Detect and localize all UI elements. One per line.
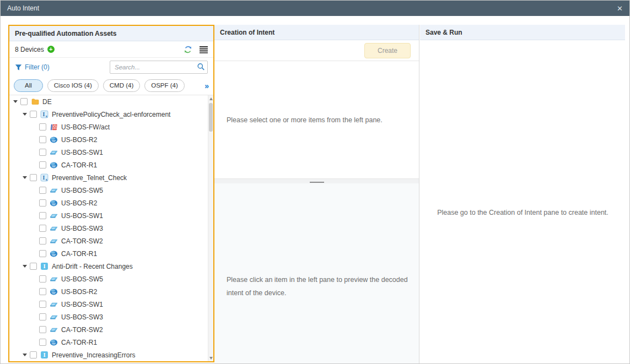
devices-row: 8 Devices + [9, 41, 213, 58]
tree-item-label: Preventive_IncreasingErrors [52, 351, 135, 359]
tree-scrollbar[interactable] [208, 95, 213, 361]
tree-checkbox[interactable] [39, 339, 46, 346]
select-items-message: Please select one or more items from the… [227, 116, 383, 124]
add-devices-icon[interactable]: + [47, 46, 55, 53]
folder-icon [31, 97, 39, 106]
search-input[interactable] [110, 61, 208, 74]
tree-item-label: US-BOS-SW3 [61, 225, 103, 232]
pane-splitter[interactable] [214, 178, 419, 183]
tree-item-label: CA-TOR-SW2 [61, 326, 103, 334]
filter-chip-cmd-4-[interactable]: CMD (4) [103, 79, 140, 92]
tree-item-label: US-BOS-SW1 [61, 301, 103, 308]
tree-item-ca-tor-sw2[interactable]: CA-TOR-SW2 [9, 235, 213, 247]
create-button[interactable]: Create [364, 43, 411, 58]
switch-icon [50, 186, 58, 194]
tree-item-us-bos-sw3[interactable]: US-BOS-SW3 [9, 311, 213, 323]
asset-tree: DEIxPreventivePolicyCheck_acl-enforcemen… [9, 95, 213, 361]
router-icon [50, 135, 58, 144]
tree-checkbox[interactable] [39, 225, 46, 232]
filter-chip-cisco-ios-4-[interactable]: Cisco IOS (4) [47, 79, 99, 92]
intent-i-icon: I [40, 262, 49, 270]
refresh-icon[interactable] [184, 45, 192, 54]
router-icon [50, 338, 58, 346]
filter-label: Filter (0) [25, 63, 50, 71]
tree-item-us-bos-sw1[interactable]: US-BOS-SW1 [9, 298, 213, 311]
svg-text:I: I [43, 351, 45, 358]
tree-checkbox[interactable] [39, 275, 46, 282]
tree-item-us-bos-sw1[interactable]: US-BOS-SW1 [9, 209, 213, 222]
tree-checkbox[interactable] [30, 111, 37, 118]
tree-checkbox[interactable] [39, 301, 46, 308]
tree-item-us-bos-fw-act[interactable]: US-BOS-FW/act [9, 121, 213, 133]
splitter-grip-icon[interactable] [310, 182, 324, 183]
tree-item-ca-tor-sw2[interactable]: CA-TOR-SW2 [9, 323, 213, 336]
tree-item-us-bos-r2[interactable]: US-BOS-R2 [9, 133, 213, 146]
tree-item-us-bos-sw1[interactable]: US-BOS-SW1 [9, 146, 213, 159]
router-icon [50, 287, 58, 296]
expand-caret-icon[interactable] [21, 354, 29, 356]
tree-checkbox[interactable] [39, 237, 46, 245]
tree-item-anti-drift-recent-changes[interactable]: IAnti-Drift - Recent Changes [9, 260, 213, 273]
tree-checkbox[interactable] [39, 212, 46, 219]
tree-item-label: US-BOS-SW3 [61, 313, 103, 321]
svg-text:I: I [43, 175, 45, 181]
tree-item-us-bos-r2[interactable]: US-BOS-R2 [9, 197, 213, 209]
expand-caret-icon[interactable] [21, 265, 29, 268]
expand-caret-icon[interactable] [12, 100, 19, 103]
save-and-run-pane: Save & Run Please go to the Creation of … [420, 25, 625, 364]
tree-item-label: US-BOS-SW5 [61, 187, 103, 194]
tree-item-ca-tor-r1[interactable]: CA-TOR-R1 [9, 336, 213, 349]
tree-item-label: US-BOS-SW5 [61, 275, 103, 283]
tree-item-ca-tor-r1[interactable]: CA-TOR-R1 [9, 247, 213, 260]
tree-item-us-bos-sw5[interactable]: US-BOS-SW5 [9, 184, 213, 197]
tree-checkbox[interactable] [39, 199, 46, 207]
switch-icon [50, 237, 58, 245]
tree-item-preventive-increasingerrors[interactable]: IPreventive_IncreasingErrors [9, 349, 213, 361]
tree-checkbox[interactable] [39, 161, 46, 169]
middle-pane-title: Creation of Intent [220, 29, 274, 36]
close-icon[interactable]: ✕ [617, 4, 623, 13]
scrollbar-down-icon[interactable] [208, 355, 213, 361]
tree-checkbox[interactable] [39, 187, 46, 194]
tree-item-us-bos-sw5[interactable]: US-BOS-SW5 [9, 273, 213, 285]
filter-chip-ospf-4-[interactable]: OSPF (4) [144, 79, 185, 92]
more-chips-icon[interactable]: » [204, 82, 209, 90]
tree-item-us-bos-sw3[interactable]: US-BOS-SW3 [9, 222, 213, 235]
tree-item-label: US-BOS-SW1 [61, 212, 103, 220]
switch-icon [50, 325, 58, 334]
switch-icon [50, 275, 58, 283]
tree-item-us-bos-r2[interactable]: US-BOS-R2 [9, 285, 213, 298]
tree-checkbox[interactable] [39, 149, 46, 156]
search-icon[interactable] [197, 63, 205, 73]
tree-item-preventivepolicycheck-acl-enforcement[interactable]: IxPreventivePolicyCheck_acl-enforcement [9, 108, 213, 121]
tree-item-ca-tor-r1[interactable]: CA-TOR-R1 [9, 159, 213, 171]
tree-checkbox[interactable] [20, 98, 28, 105]
expand-caret-icon[interactable] [21, 113, 29, 116]
tree-item-label: US-BOS-R2 [61, 199, 97, 207]
tree-checkbox[interactable] [30, 174, 37, 181]
firewall-icon [50, 123, 58, 131]
filter-chip-all[interactable]: All [14, 79, 43, 92]
tree-checkbox[interactable] [39, 313, 46, 320]
filter-row: Filter (0) [9, 58, 213, 77]
tree-item-de[interactable]: DE [9, 95, 213, 108]
tree-checkbox[interactable] [39, 123, 46, 131]
scrollbar-thumb[interactable] [209, 103, 213, 132]
tree-checkbox[interactable] [39, 288, 46, 295]
dialog-title: Auto Intent [7, 4, 39, 12]
tree-item-label: DE [42, 98, 52, 106]
tree-checkbox[interactable] [30, 351, 37, 358]
tree-checkbox[interactable] [30, 263, 37, 270]
right-pane-title: Save & Run [426, 29, 462, 36]
filter-funnel-icon [15, 64, 22, 71]
asset-menu-icon[interactable] [200, 46, 208, 53]
tree-item-label: Anti-Drift - Recent Changes [52, 263, 133, 270]
expand-caret-icon[interactable] [21, 176, 29, 179]
tree-item-preventive-telnet-check[interactable]: IxPreventive_Telnet_Check [9, 171, 213, 184]
tree-checkbox[interactable] [39, 250, 46, 257]
tree-checkbox[interactable] [39, 136, 46, 143]
tree-checkbox[interactable] [39, 326, 46, 333]
switch-icon [50, 300, 58, 308]
filter-button[interactable]: Filter (0) [15, 63, 50, 71]
scrollbar-up-icon[interactable] [208, 95, 213, 102]
